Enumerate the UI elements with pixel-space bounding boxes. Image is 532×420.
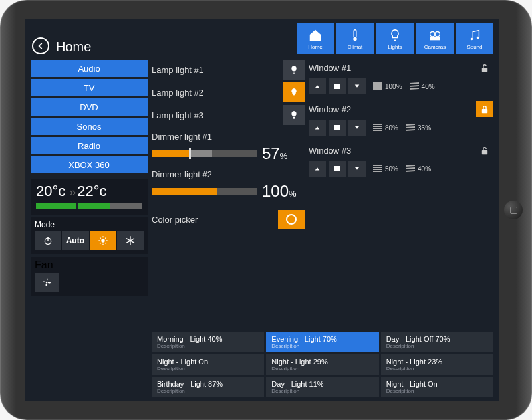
- window-lock-button[interactable]: [476, 60, 493, 76]
- dimmer-slider[interactable]: [152, 188, 257, 195]
- window-lock-button[interactable]: [476, 142, 493, 158]
- topnav-label: Climat: [348, 44, 363, 50]
- scene-button[interactable]: Day - Light Off 70% Descripition: [381, 332, 493, 352]
- scene-title: Day - Light Off 70%: [386, 335, 488, 343]
- color-picker-row: Color picker: [152, 210, 305, 229]
- scene-title: Night - Light 23%: [386, 358, 488, 366]
- sidebar-item-tv[interactable]: TV: [31, 79, 148, 96]
- mode-power-button[interactable]: [35, 231, 61, 250]
- topnav-climat[interactable]: Climat: [336, 23, 374, 54]
- sidebar-item-audio[interactable]: Audio: [31, 60, 148, 77]
- scene-button[interactable]: Evening - Light 70% Descripition: [266, 332, 378, 352]
- svg-rect-26: [293, 96, 295, 96]
- scene-desc: Descripition: [157, 388, 259, 394]
- svg-rect-43: [373, 165, 382, 166]
- window-up-button[interactable]: [309, 161, 326, 177]
- window-name: Window #1: [309, 63, 476, 73]
- svg-rect-0: [354, 29, 356, 37]
- scene-button[interactable]: Morning - Light 40% Descripition: [152, 332, 264, 352]
- temp-arrow-icon: »: [69, 185, 73, 199]
- mode-heat-button[interactable]: [90, 231, 116, 250]
- fan-label: Fan: [35, 259, 53, 270]
- dimmer-value: 100%: [262, 182, 305, 201]
- sidebar-item-dvd[interactable]: DVD: [31, 98, 148, 116]
- sidebar-item-sonos[interactable]: Sonos: [31, 118, 148, 135]
- screen: Home HomeClimatLightsCamerasSound AudioT…: [25, 19, 499, 401]
- mode-auto-button[interactable]: Auto: [62, 231, 88, 250]
- temp-progress-bar[interactable]: [36, 203, 142, 209]
- window-up-button[interactable]: [309, 120, 326, 136]
- svg-rect-33: [373, 86, 382, 88]
- mid-right-row: Lamp light #1 Lamp light #2 Lamp light #…: [152, 60, 493, 329]
- dimmer-slider[interactable]: [152, 150, 257, 157]
- lamp-toggle[interactable]: [283, 60, 305, 80]
- lamp-row: Lamp light #2: [152, 82, 305, 102]
- svg-rect-31: [373, 82, 382, 84]
- scene-button[interactable]: Night - Light 23% Descripition: [381, 354, 493, 375]
- tilt-value: 40%: [422, 83, 435, 90]
- svg-rect-44: [373, 167, 382, 168]
- back-button[interactable]: [32, 37, 49, 54]
- dimmer: Dimmer light #2 100%: [152, 169, 305, 201]
- temp-current: 20°c: [36, 183, 65, 200]
- mode-cool-button[interactable]: [117, 231, 144, 250]
- topnav-cameras[interactable]: Cameras: [416, 23, 454, 54]
- svg-rect-45: [373, 169, 382, 170]
- window-stop-button[interactable]: [329, 78, 346, 94]
- scene-title: Evening - Light 70%: [271, 335, 373, 343]
- window-up-button[interactable]: [309, 78, 326, 94]
- svg-point-4: [435, 31, 440, 36]
- topnav-label: Lights: [388, 44, 402, 50]
- sidebar-item-radio[interactable]: Radio: [31, 137, 148, 154]
- topnav-sound[interactable]: Sound: [456, 23, 493, 54]
- topnav-lights[interactable]: Lights: [376, 23, 414, 54]
- scene-desc: Descripition: [271, 366, 373, 371]
- temperature-panel: 20°c » 22°c: [31, 179, 148, 215]
- scene-button[interactable]: Night - Light On Descripition: [381, 377, 493, 397]
- window-stop-button[interactable]: [329, 120, 346, 136]
- scenes-grid: Morning - Light 40% Descripition Evening…: [152, 332, 493, 397]
- tilt-indicator: 40%: [409, 82, 435, 91]
- scene-desc: Descripition: [157, 343, 259, 349]
- scene-button[interactable]: Day - Light 11% Descripition: [266, 377, 378, 397]
- window-down-button[interactable]: [348, 161, 366, 177]
- tilt-value: 35%: [418, 124, 431, 132]
- svg-rect-37: [373, 124, 382, 125]
- window-lock-button[interactable]: [476, 101, 493, 117]
- sidebar-item-xbox-360[interactable]: XBOX 360: [31, 156, 148, 173]
- blind-indicator: 80%: [372, 123, 398, 132]
- svg-point-3: [430, 31, 435, 36]
- blind-value: 80%: [385, 124, 398, 132]
- topnav-label: Sound: [467, 44, 482, 50]
- svg-line-18: [105, 237, 106, 238]
- svg-point-7: [477, 36, 479, 39]
- window-down-button[interactable]: [348, 120, 366, 136]
- window-stop-button[interactable]: [329, 161, 346, 177]
- lamp-toggle[interactable]: [283, 82, 305, 102]
- device-home-button[interactable]: [504, 201, 523, 219]
- fan-panel: Fan: [31, 257, 148, 296]
- right-container: Lamp light #1 Lamp light #2 Lamp light #…: [152, 60, 493, 397]
- window-down-button[interactable]: [348, 78, 366, 94]
- picker-label: Color picker: [152, 215, 278, 225]
- svg-rect-29: [482, 68, 487, 72]
- scene-button[interactable]: Birthday - Light 87% Descripition: [152, 377, 264, 397]
- svg-rect-38: [373, 126, 382, 127]
- topnav-home[interactable]: Home: [297, 23, 334, 54]
- lamp-row: Lamp light #3: [152, 105, 305, 125]
- scene-button[interactable]: Night - Light On Descripition: [152, 354, 264, 375]
- scene-button[interactable]: Night - Light 29% Descripition: [266, 354, 378, 375]
- svg-rect-30: [334, 84, 340, 89]
- lamp-name: Lamp light #2: [152, 88, 283, 98]
- scene-desc: Descripition: [386, 343, 488, 349]
- svg-rect-28: [293, 118, 295, 119]
- color-picker-button[interactable]: [278, 210, 305, 229]
- lamp-name: Lamp light #1: [152, 65, 283, 75]
- blind-indicator: 100%: [372, 82, 402, 91]
- svg-rect-32: [373, 84, 382, 86]
- lamp-toggle[interactable]: [283, 105, 305, 125]
- lamp-name: Lamp light #3: [152, 110, 283, 120]
- fan-button[interactable]: [35, 273, 59, 292]
- tilt-value: 40%: [418, 165, 431, 173]
- body: AudioTVDVDSonosRadioXBOX 360 20°c » 22°c…: [25, 57, 499, 401]
